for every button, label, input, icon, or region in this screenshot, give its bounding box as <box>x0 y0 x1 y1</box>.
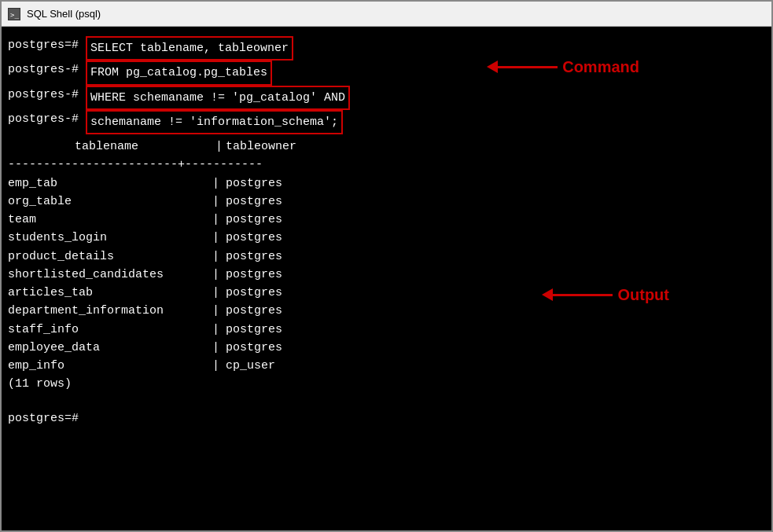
cmd-text-2: FROM pg_catalog.pg_tables <box>90 66 267 79</box>
cell-tableowner: postgres <box>226 339 282 357</box>
svg-text:>_: >_ <box>10 11 19 19</box>
cell-separator: | <box>212 321 219 339</box>
command-label: Command <box>562 58 639 76</box>
command-line-4: postgres-# schemaname != 'information_sc… <box>8 110 350 134</box>
table-row: org_table | postgres <box>8 193 765 211</box>
cell-separator: | <box>212 357 219 375</box>
window-title: SQL Shell (psql) <box>27 8 101 20</box>
command-line-3: postgres-# WHERE schemaname != 'pg_catal… <box>8 86 350 110</box>
table-row: product_details | postgres <box>8 248 765 266</box>
app-icon: >_ <box>8 8 20 20</box>
cell-separator: | <box>212 211 219 229</box>
cell-tableowner: postgres <box>226 193 282 211</box>
output-arrow: Output <box>550 286 669 304</box>
cell-tableowner: postgres <box>226 248 282 266</box>
terminal-body[interactable]: postgres=# SELECT tablename, tableowner … <box>2 27 771 530</box>
header-tablename: tablename <box>8 138 212 156</box>
table-row: employee_data | postgres <box>8 339 765 357</box>
cell-tableowner: postgres <box>226 266 282 284</box>
table-row: emp_tab | postgres <box>8 174 765 193</box>
table-rows-container: emp_tab | postgresorg_table | postgreste… <box>8 174 765 376</box>
cell-separator: | <box>212 229 219 247</box>
cell-tablename: org_table <box>8 193 212 211</box>
cmd-text-4: schemaname != 'information_schema'; <box>90 116 338 129</box>
table-row: emp_info | cp_user <box>8 357 765 375</box>
separator-line: ------------------------+----------- <box>8 156 765 174</box>
output-section: tablename | tableowner -----------------… <box>8 138 765 394</box>
command-section: postgres=# SELECT tablename, tableowner … <box>8 36 765 134</box>
table-row: students_login | postgres <box>8 229 765 247</box>
cell-tableowner: postgres <box>226 229 282 247</box>
prompt-4: postgres-# <box>8 110 86 134</box>
cell-separator: | <box>212 174 219 193</box>
command-arrow-line <box>495 66 558 68</box>
cell-tablename: emp_tab <box>8 174 212 193</box>
cell-tableowner: postgres <box>226 302 282 320</box>
table-row: shortlisted_candidates | postgres <box>8 266 765 284</box>
header-sep: | <box>215 138 223 156</box>
header-tableowner: tableowner <box>226 138 296 156</box>
prompt-3: postgres-# <box>8 86 86 110</box>
cell-separator: | <box>212 302 219 320</box>
title-bar: >_ SQL Shell (psql) <box>2 2 771 27</box>
cmd-text-1: SELECT tablename, tableowner <box>90 42 289 55</box>
cell-separator: | <box>212 284 219 302</box>
cell-tablename: employee_data <box>8 339 212 357</box>
output-label: Output <box>617 286 669 304</box>
prompt-2: postgres-# <box>8 61 86 85</box>
output-arrow-line <box>550 294 613 296</box>
cell-tableowner: postgres <box>226 321 282 339</box>
cell-tablename: product_details <box>8 248 212 266</box>
cell-tableowner: postgres <box>226 284 282 302</box>
prompt-1: postgres=# <box>8 36 86 61</box>
cell-tablename: articles_tab <box>8 284 212 302</box>
cell-tableowner: postgres <box>226 174 282 193</box>
window: >_ SQL Shell (psql) postgres=# SELECT ta… <box>0 0 773 532</box>
cell-tableowner: cp_user <box>226 357 275 375</box>
cell-tableowner: postgres <box>226 211 282 229</box>
rows-count: (11 rows) <box>8 375 765 393</box>
cell-tablename: department_information <box>8 302 212 320</box>
table-row: staff_info | postgres <box>8 321 765 339</box>
final-prompt-text: postgres=# <box>8 412 79 425</box>
cell-separator: | <box>212 339 219 357</box>
cell-tablename: team <box>8 211 212 229</box>
cell-tablename: emp_info <box>8 357 212 375</box>
cell-tablename: students_login <box>8 229 212 247</box>
cell-separator: | <box>212 193 219 211</box>
command-arrow: Command <box>495 58 639 76</box>
final-prompt[interactable]: postgres=# <box>8 409 765 427</box>
command-line-2: postgres-# FROM pg_catalog.pg_tables <box>8 61 350 85</box>
header-row: tablename | tableowner <box>8 138 765 156</box>
table-row: team | postgres <box>8 211 765 229</box>
cell-tablename: shortlisted_candidates <box>8 266 212 284</box>
cell-tablename: staff_info <box>8 321 212 339</box>
cmd-text-3: WHERE schemaname != 'pg_catalog' AND <box>90 91 345 105</box>
command-line-1: postgres=# SELECT tablename, tableowner <box>8 36 350 61</box>
cell-separator: | <box>212 266 219 284</box>
cell-separator: | <box>212 248 219 266</box>
table-row: department_information | postgres <box>8 302 765 320</box>
